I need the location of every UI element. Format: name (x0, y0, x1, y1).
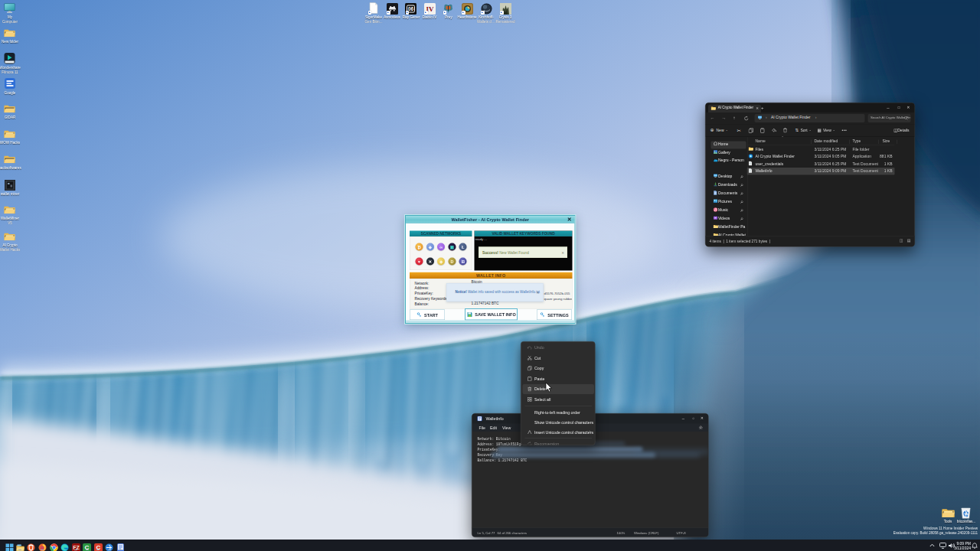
svg-text:06: 06 (408, 6, 414, 11)
